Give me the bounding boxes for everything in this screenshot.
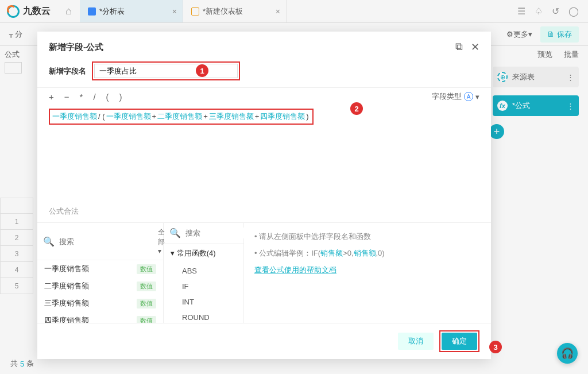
function-item[interactable]: ROUND (164, 310, 243, 323)
formula-op-token: / ( (97, 112, 106, 121)
formula-op-token: ) (305, 112, 310, 121)
formula-field-token: 一季度销售额 (106, 112, 151, 121)
formula-editor[interactable]: 一季度销售额/ (一季度销售额+二季度销售额+三季度销售额+四季度销售额) (49, 109, 314, 125)
validity-message: 公式合法 (37, 204, 491, 222)
field-name-highlight (92, 61, 240, 80)
field-item[interactable]: 四季度销售额数值 (37, 312, 163, 323)
op-plus[interactable]: + (49, 92, 54, 102)
search-icon: 🔍 (43, 236, 55, 247)
footer: 共 5 条 (0, 353, 588, 374)
modal-title: 新增字段-公式 (49, 42, 103, 53)
functions-panel: 🔍 ▾ 常用函数(4) ABSIFINTROUND (164, 223, 244, 323)
op-rparen[interactable]: ) (119, 92, 122, 102)
type-badge: 数值 (137, 264, 156, 274)
help-fab[interactable]: 🎧 (557, 343, 578, 364)
formula-field-token: 三季度销售额 (209, 112, 254, 121)
type-icon: A (464, 92, 473, 101)
func-group[interactable]: ▾ 常用函数(4) (164, 244, 243, 263)
ok-highlight: 确定 (439, 330, 479, 352)
formula-op-token: + (151, 112, 158, 121)
op-lparen[interactable]: ( (106, 92, 109, 102)
field-item[interactable]: 二季度销售额数值 (37, 277, 163, 295)
op-mult[interactable]: * (80, 92, 83, 102)
formula-field-token: 四季度销售额 (260, 112, 305, 121)
field-name-label: 新增字段名 (49, 66, 86, 76)
chevron-down-icon: ▾ (475, 92, 479, 101)
type-badge: 数值 (137, 282, 156, 291)
function-item[interactable]: ABS (164, 263, 243, 279)
formula-op-token: + (254, 112, 261, 121)
formula-field-token: 二季度销售额 (157, 112, 202, 121)
type-badge: 数值 (137, 316, 156, 323)
formula-modal: 新增字段-公式 ⧉ ✕ 新增字段名 + − * / ( ) 字段类型 A ▾ 一… (37, 32, 491, 359)
function-item[interactable]: INT (164, 294, 243, 310)
cancel-button[interactable]: 取消 (398, 333, 434, 350)
field-item[interactable]: 三季度销售额数值 (37, 295, 163, 312)
field-name-input[interactable] (94, 64, 238, 78)
function-item[interactable]: IF (164, 279, 243, 294)
help-panel: • 请从左侧面板中选择字段名和函数 • 公式编辑举例：IF(销售额>0,销售额,… (244, 223, 491, 323)
field-type-select[interactable]: 字段类型 A ▾ (432, 91, 479, 102)
field-search-input[interactable] (57, 236, 158, 247)
operator-toolbar: + − * / ( ) (49, 92, 122, 102)
help-line: • 请从左侧面板中选择字段名和函数 (254, 231, 481, 243)
formula-field-token: 一季度销售额 (52, 112, 97, 121)
help-line: • 公式编辑举例：IF(销售额>0,销售额,0) (254, 248, 481, 260)
callout-2: 2 (350, 102, 363, 115)
field-item[interactable]: 一季度销售额数值 (37, 260, 163, 277)
op-div[interactable]: / (93, 92, 95, 102)
help-link[interactable]: 查看公式使用的帮助文档 (254, 265, 336, 274)
formula-op-token: + (202, 112, 209, 121)
popout-icon[interactable]: ⧉ (455, 41, 463, 53)
fields-panel: 🔍 全部 ▾ 一季度销售额数值二季度销售额数值三季度销售额数值四季度销售额数值部… (37, 223, 164, 323)
close-icon[interactable]: ✕ (471, 41, 479, 53)
callout-3: 3 (489, 341, 502, 353)
ok-button[interactable]: 确定 (442, 333, 477, 350)
op-minus[interactable]: − (64, 92, 69, 102)
callout-1: 1 (196, 64, 208, 77)
search-icon: 🔍 (169, 228, 181, 238)
type-badge: 数值 (137, 299, 156, 309)
